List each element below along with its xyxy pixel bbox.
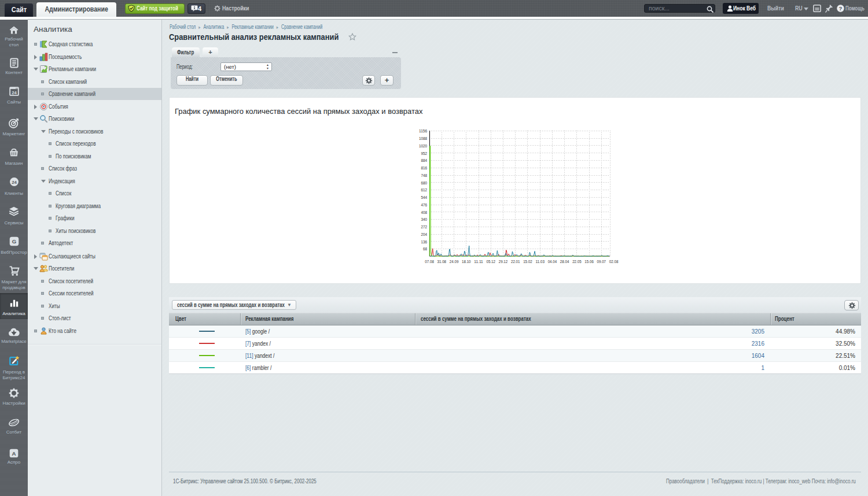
svg-text:07.08: 07.08 <box>425 259 434 264</box>
svg-text:G: G <box>12 238 16 245</box>
svg-text:952: 952 <box>421 151 428 156</box>
svg-text:544: 544 <box>421 195 428 200</box>
svg-text:11.11: 11.11 <box>474 259 483 264</box>
svg-text:29.12: 29.12 <box>499 259 508 264</box>
svg-text:04.04: 04.04 <box>548 259 557 264</box>
svg-text:24.09: 24.09 <box>450 259 459 264</box>
svg-text:15.02: 15.02 <box>523 259 532 264</box>
svg-text:340: 340 <box>421 217 428 222</box>
svg-text:18.10: 18.10 <box>462 259 471 264</box>
svg-text:05.12: 05.12 <box>486 259 495 264</box>
svg-text:11.03: 11.03 <box>535 259 545 264</box>
svg-text:1020: 1020 <box>419 143 427 149</box>
svg-text:09.07: 09.07 <box>597 259 606 264</box>
svg-text:22.05: 22.05 <box>572 259 582 264</box>
svg-text:15.06: 15.06 <box>584 259 594 264</box>
svg-text:408: 408 <box>421 210 428 215</box>
svg-text:204: 204 <box>421 232 428 237</box>
svg-text:02.08: 02.08 <box>609 259 619 264</box>
svg-text:24: 24 <box>12 90 17 95</box>
svg-text:136: 136 <box>421 239 428 245</box>
svg-text:612: 612 <box>421 187 428 193</box>
svg-text:22.01: 22.01 <box>511 259 520 264</box>
svg-text:A: A <box>12 450 16 457</box>
svg-text:1088: 1088 <box>419 136 427 141</box>
svg-text:680: 680 <box>421 180 428 186</box>
svg-text:?: ? <box>839 5 843 12</box>
svg-text:1156: 1156 <box>419 128 427 134</box>
svg-text:28.04: 28.04 <box>560 259 569 264</box>
svg-text:31.08: 31.08 <box>437 259 447 264</box>
svg-text:272: 272 <box>421 224 428 230</box>
svg-text:748: 748 <box>421 173 428 178</box>
svg-text:68: 68 <box>423 246 427 251</box>
svg-text:476: 476 <box>421 202 428 208</box>
svg-text:24: 24 <box>12 180 17 185</box>
svg-text:816: 816 <box>421 165 428 171</box>
svg-text:884: 884 <box>421 158 428 163</box>
